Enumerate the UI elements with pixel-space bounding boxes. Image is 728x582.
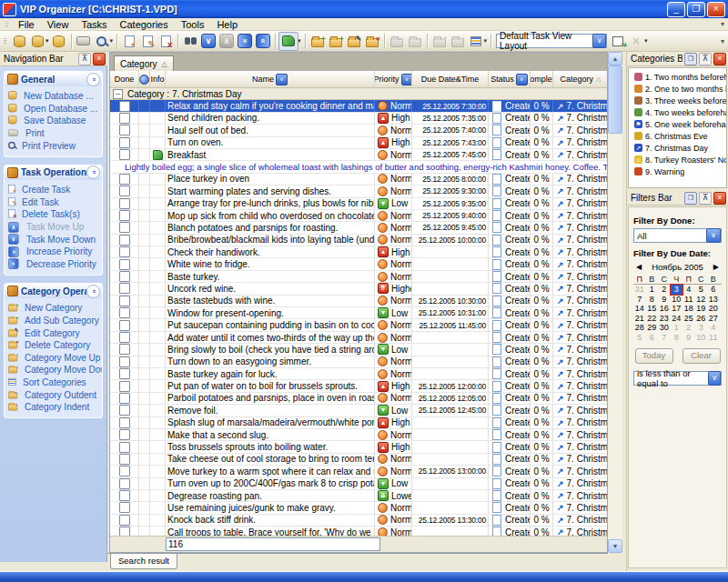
table-row[interactable]: Turn oven up to 200C/400F/gas mark 8 to … <box>110 478 607 490</box>
table-row[interactable]: Blanch potatoes and parsnips for roastin… <box>110 222 607 234</box>
done-checkbox[interactable] <box>119 527 130 536</box>
done-checkbox[interactable] <box>119 417 130 428</box>
table-row[interactable]: Put saucepan containing pudding in basin… <box>110 319 607 331</box>
category-item-2[interactable]: 2. One to two months befor <box>634 83 726 95</box>
column-header-priority[interactable]: Priority∨ <box>375 71 412 87</box>
menu-tasks[interactable]: Tasks <box>75 18 113 31</box>
nav-group-header[interactable]: General» <box>5 72 102 86</box>
close-icon[interactable]: × <box>713 192 726 205</box>
table-row[interactable]: Remove foil.▼Low25.12.2005 12:45:00Creat… <box>110 405 607 416</box>
table-row[interactable]: Baste turkey.NormalCreated0 %↗7. Christm… <box>110 271 607 283</box>
float-icon[interactable]: ❒ <box>684 53 697 65</box>
table-row[interactable]: Parboil potatoes and parsnips, place in … <box>110 393 607 405</box>
calendar-day[interactable]: 6 <box>646 333 659 343</box>
category-item-6[interactable]: 6. Christmas Eve <box>634 130 726 142</box>
layout-combo[interactable]: Default Task View Layout∨ <box>496 34 607 48</box>
calendar-day[interactable]: 10 <box>695 333 708 343</box>
new-category-button[interactable]: + <box>308 33 327 50</box>
done-checkbox[interactable] <box>119 283 130 294</box>
table-row[interactable]: Bribe/browbeat/blackmail kids into layin… <box>110 235 607 246</box>
close-icon[interactable]: × <box>713 53 726 65</box>
task-move-down-button[interactable]: ∨ <box>199 33 217 50</box>
done-checkbox[interactable] <box>119 356 130 367</box>
done-checkbox[interactable] <box>119 149 130 160</box>
calendar-next-icon[interactable]: ▶ <box>711 263 722 271</box>
create-task-button[interactable] <box>120 33 138 50</box>
open-database-button[interactable] <box>28 33 46 50</box>
calendar-day[interactable]: 19 <box>695 304 708 314</box>
minimize-button[interactable]: _ <box>667 2 685 17</box>
done-checkbox[interactable] <box>119 368 130 379</box>
calendar-day[interactable]: 16 <box>658 304 671 314</box>
done-checkbox[interactable] <box>119 466 130 477</box>
notes-view-button[interactable] <box>278 32 298 51</box>
save-database-button[interactable] <box>50 33 68 50</box>
float-icon[interactable]: ❒ <box>684 192 697 205</box>
table-row[interactable]: Splash slug of marsala/madeira/vermouth/… <box>110 417 607 429</box>
calendar-day[interactable]: 1 <box>646 285 659 295</box>
done-checkbox[interactable] <box>119 442 130 453</box>
category-outdent-button[interactable]: ← <box>388 33 406 50</box>
table-row[interactable]: Baste tastebuds with wine.Normal25.12.20… <box>110 296 607 307</box>
print-button[interactable] <box>75 33 93 50</box>
calendar-day[interactable]: 7 <box>633 295 646 305</box>
delete-layout-button[interactable]: × <box>627 33 645 50</box>
done-checkbox[interactable] <box>119 174 130 185</box>
table-row[interactable]: Window for present-opening.▼Low25.12.200… <box>110 307 607 319</box>
calendar-day[interactable]: 22 <box>646 314 659 324</box>
nav-group-header[interactable]: Task Operations» <box>5 166 102 180</box>
close-button[interactable]: × <box>707 2 725 17</box>
table-row[interactable]: Relax and stay calm if you're cooking di… <box>110 100 607 112</box>
category-move-up-button[interactable]: ↑ <box>430 33 449 50</box>
calendar-day[interactable]: 21 <box>633 314 646 324</box>
close-icon[interactable]: × <box>93 53 106 65</box>
calendar-day[interactable]: 14 <box>633 304 646 314</box>
nav-item-create-task[interactable]: Create Task <box>8 184 102 196</box>
calendar-day[interactable]: 31 <box>633 285 646 295</box>
table-row[interactable]: Place turkey in ovenNormal25.12.2005 8:0… <box>110 174 607 186</box>
chevron-up-icon[interactable]: » <box>86 285 100 298</box>
done-checkbox[interactable] <box>119 222 130 233</box>
done-checkbox[interactable] <box>119 259 130 270</box>
filter-icon[interactable]: ∨ <box>401 74 412 85</box>
filter-icon[interactable]: ∨ <box>516 74 528 85</box>
column-header-info-indicator[interactable] <box>139 71 150 87</box>
table-row[interactable]: Haul self out of bed.Normal25.12.2005 7:… <box>110 125 607 136</box>
nav-item-decrease-priority[interactable]: «Decrease Priority <box>8 258 102 271</box>
done-checkbox[interactable] <box>119 246 130 257</box>
calendar-prev-icon[interactable]: ◀ <box>633 263 644 271</box>
calendar-day-selected[interactable]: 3 <box>671 285 683 295</box>
calendar-day[interactable]: 11 <box>707 333 720 343</box>
table-row[interactable]: Call troops to table. Brace yourself for… <box>110 527 607 536</box>
sort-categories-button[interactable] <box>467 33 485 50</box>
column-header-info[interactable]: Info <box>150 71 166 87</box>
today-button[interactable]: Today <box>635 348 673 364</box>
nav-item-edit-category[interactable]: ✎Edit Category <box>8 326 102 339</box>
nav-item-sort-categories[interactable]: Sort Categories <box>8 376 102 389</box>
menu-view[interactable]: View <box>41 18 76 31</box>
nav-item-add-sub-category[interactable]: +Add Sub Category <box>8 315 102 327</box>
menu-tools[interactable]: Tools <box>175 18 211 31</box>
calendar-day[interactable]: 9 <box>658 295 671 305</box>
done-checkbox[interactable] <box>119 405 130 416</box>
calendar-day[interactable]: 17 <box>671 304 683 314</box>
calendar-day[interactable]: 1 <box>671 323 683 333</box>
calendar-day[interactable]: 27 <box>707 314 720 324</box>
scrollbar-thumb[interactable] <box>608 65 622 134</box>
calendar-day[interactable]: 9 <box>682 333 695 343</box>
category-item-8[interactable]: ☺8. Turkey Roasters' Notes <box>634 154 726 166</box>
category-item-1[interactable]: 1. Two months beforehand <box>634 71 726 83</box>
category-indent-button[interactable]: → <box>406 33 424 50</box>
chevron-up-icon[interactable]: » <box>86 166 100 179</box>
table-row[interactable]: Degrease roasting pan.⇊LowestCreated0 %↗… <box>110 490 607 502</box>
scroll-up-icon[interactable]: ▲ <box>608 52 622 65</box>
done-checkbox[interactable] <box>119 210 130 221</box>
table-row[interactable]: Bring slowly to boil (check you have tie… <box>110 344 607 356</box>
calendar-day[interactable]: 13 <box>707 295 720 305</box>
done-checkbox[interactable] <box>119 137 130 148</box>
done-checkbox[interactable] <box>119 478 130 489</box>
table-row[interactable]: Baste turkey again for luck.NormalCreate… <box>110 368 607 380</box>
table-row[interactable]: Knock back stiff drink.Normal25.12.2005 … <box>110 515 607 527</box>
calendar-day[interactable]: 2 <box>682 323 695 333</box>
tab-search-result[interactable]: Search result <box>110 554 177 569</box>
